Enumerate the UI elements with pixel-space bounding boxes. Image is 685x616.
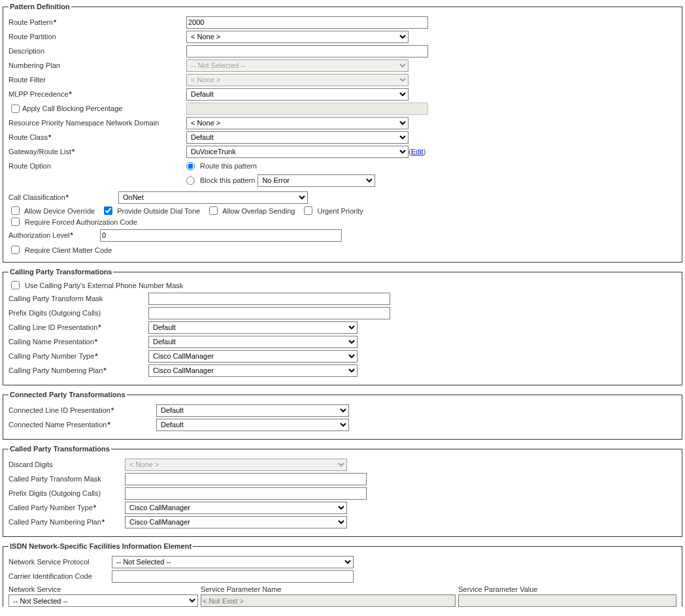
cp-num-type-label: Calling Party Number Type — [8, 352, 148, 360]
conn-name-pres-label: Connected Name Presentation — [8, 421, 156, 429]
route-pattern-input[interactable] — [186, 16, 428, 29]
called-num-plan-label: Called Party Numbering Plan — [8, 518, 125, 526]
route-option-label: Route Option — [8, 162, 186, 170]
called-num-type-label: Called Party Number Type — [8, 504, 125, 511]
auth-level-label: Authorization Level — [8, 231, 100, 239]
allow-device-override-label: Allow Device Override — [24, 207, 95, 215]
called-party-legend: Called Party Transformations — [8, 445, 111, 453]
calling-party-legend: Calling Party Transformations — [8, 268, 113, 276]
discard-label: Discard Digits — [8, 461, 125, 468]
cp-prefix-label: Prefix Digits (Outgoing Calls) — [8, 309, 148, 317]
require-cmc-checkbox[interactable] — [11, 246, 20, 254]
block-reason-select[interactable]: No Error — [258, 174, 375, 187]
route-class-select[interactable]: Default — [186, 131, 409, 144]
route-filter-label: Route Filter — [8, 76, 186, 84]
cp-transform-mask-label: Calling Party Transform Mask — [8, 295, 148, 302]
apply-blocking-checkbox[interactable] — [11, 105, 20, 113]
route-partition-label: Route Partition — [8, 33, 186, 41]
cp-num-plan-select[interactable]: Cisco CallManager — [148, 365, 358, 377]
call-class-label: Call Classification — [8, 193, 118, 201]
mlpp-label: MLPP Precedence — [8, 90, 186, 98]
conn-line-id-label: Connected Line ID Presentation — [8, 406, 156, 414]
allow-overlap-checkbox[interactable] — [209, 206, 218, 215]
description-input[interactable] — [186, 45, 428, 57]
spv-input — [458, 594, 677, 607]
conn-name-pres-select[interactable]: Default — [156, 419, 349, 431]
cp-name-pres-select[interactable]: Default — [148, 336, 358, 348]
cp-prefix-input[interactable] — [148, 307, 390, 319]
allow-overlap-label: Allow Overlap Sending — [222, 207, 295, 215]
connected-party-legend: Connected Party Transformations — [8, 391, 127, 398]
require-fac-label: Require Forced Authorization Code — [25, 218, 137, 226]
block-this-label: Block this pattern — [200, 176, 255, 184]
called-num-plan-select[interactable]: Cisco CallManager — [125, 516, 347, 528]
use-ext-mask-label: Use Calling Party's External Phone Numbe… — [25, 282, 183, 289]
cp-name-pres-label: Calling Name Presentation — [8, 338, 148, 346]
spn-header: Service Parameter Name — [201, 584, 457, 594]
route-partition-select[interactable]: < None > — [186, 31, 409, 43]
nsp-select[interactable]: -- Not Selected -- — [112, 556, 354, 568]
route-this-label: Route this pattern — [200, 162, 257, 170]
cp-line-id-label: Calling Line ID Presentation — [8, 323, 148, 331]
auth-level-input[interactable] — [100, 229, 342, 242]
pattern-definition-section: Pattern Definition Route Pattern Route P… — [3, 3, 682, 263]
called-mask-input[interactable] — [125, 473, 367, 485]
call-class-select[interactable]: OnNet — [118, 191, 308, 204]
connected-party-section: Connected Party Transformations Connecte… — [3, 391, 682, 440]
called-prefix-label: Prefix Digits (Outgoing Calls) — [8, 489, 125, 497]
numbering-plan-label: Numbering Plan — [8, 61, 186, 69]
provide-dial-tone-checkbox[interactable] — [104, 206, 112, 215]
cp-num-type-select[interactable]: Cisco CallManager — [148, 350, 358, 363]
mlpp-select[interactable]: Default — [186, 88, 409, 101]
rpnnd-select[interactable]: < None > — [186, 117, 409, 129]
route-pattern-label: Route Pattern — [8, 18, 186, 26]
calling-party-section: Calling Party Transformations Use Callin… — [3, 268, 682, 385]
pattern-definition-legend: Pattern Definition — [8, 3, 71, 10]
use-ext-mask-checkbox[interactable] — [11, 281, 20, 289]
called-mask-label: Called Party Transform Mask — [8, 475, 125, 483]
cp-line-id-select[interactable]: Default — [148, 321, 358, 334]
cic-label: Carrier Identification Code — [8, 572, 112, 580]
apply-blocking-label: Apply Call Blocking Percentage — [22, 105, 122, 112]
isdn-legend: ISDN Network-Specific Facilities Informa… — [8, 542, 193, 550]
provide-dial-tone-label: Provide Outside Dial Tone — [117, 207, 200, 215]
gateway-select[interactable]: DuVoiceTrunk — [186, 146, 409, 158]
urgent-priority-checkbox[interactable] — [304, 206, 312, 215]
block-this-radio[interactable] — [186, 176, 195, 185]
allow-device-override-checkbox[interactable] — [11, 206, 20, 215]
spv-header: Service Parameter Value — [458, 584, 677, 594]
route-this-radio[interactable] — [186, 162, 195, 170]
require-fac-checkbox[interactable] — [11, 218, 20, 226]
require-cmc-label: Require Client Matter Code — [25, 246, 112, 254]
cp-transform-mask-input[interactable] — [148, 293, 390, 305]
cic-input[interactable] — [112, 570, 354, 583]
urgent-priority-label: Urgent Priority — [317, 207, 363, 215]
rpnnd-label: Resource Priority Namespace Network Doma… — [8, 119, 186, 127]
ns-select[interactable]: -- Not Selected -- — [8, 594, 198, 607]
numbering-plan-select: -- Not Selected -- — [186, 59, 409, 72]
route-class-label: Route Class — [8, 133, 186, 141]
called-num-type-select[interactable]: Cisco CallManager — [125, 502, 347, 514]
conn-line-id-select[interactable]: Default — [156, 404, 349, 417]
description-label: Description — [8, 47, 186, 55]
gateway-label: Gateway/Route List — [8, 148, 186, 155]
called-party-section: Called Party Transformations Discard Dig… — [3, 445, 682, 537]
discard-select: < None > — [125, 459, 347, 471]
called-prefix-input[interactable] — [125, 487, 367, 500]
edit-link[interactable]: Edit — [411, 148, 424, 155]
cp-num-plan-label: Calling Party Numbering Plan — [8, 366, 148, 374]
spn-input — [201, 594, 456, 607]
nsp-label: Network Service Protocol — [8, 558, 112, 566]
ns-header: Network Service — [8, 584, 199, 594]
route-filter-select: < None > — [186, 74, 409, 86]
apply-blocking-field — [186, 103, 428, 115]
isdn-section: ISDN Network-Specific Facilities Informa… — [3, 542, 682, 607]
